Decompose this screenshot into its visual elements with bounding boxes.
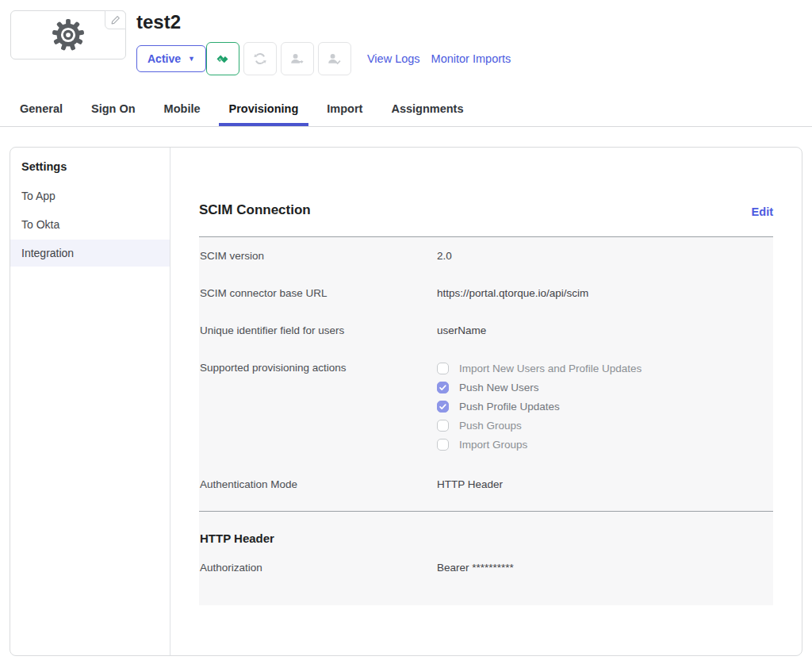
field-value: userName	[437, 323, 486, 339]
option-label: Import Groups	[459, 439, 527, 451]
confirm-user-button	[318, 42, 351, 75]
option-label: Push Profile Updates	[459, 401, 560, 413]
refresh-icon	[253, 52, 267, 66]
field-label: Unique identifier field for users	[199, 323, 437, 339]
refresh-button	[243, 42, 277, 75]
option-push-new-users: Push New Users	[437, 379, 642, 395]
tab-bar: General Sign On Mobile Provisioning Impo…	[0, 92, 812, 127]
form-row-scim-version: SCIM version 2.0	[199, 237, 773, 274]
status-dropdown[interactable]: Active ▼	[136, 45, 206, 72]
field-label: Authorization	[199, 560, 437, 576]
push-user-button	[281, 42, 314, 75]
provisioning-actions-options: Import New Users and Profile Updates Pus…	[437, 360, 642, 455]
tab-sign-on[interactable]: Sign On	[81, 92, 146, 126]
option-label: Push Groups	[459, 420, 522, 432]
handshake-icon	[215, 52, 230, 67]
checkbox-import-new-users[interactable]	[437, 363, 449, 374]
form-row-base-url: SCIM connector base URL https://portal.q…	[199, 274, 773, 312]
form-row-authentication-mode: Authentication Mode HTTP Header	[199, 466, 773, 503]
field-label: SCIM version	[199, 248, 437, 264]
checkbox-import-groups[interactable]	[437, 439, 449, 451]
field-label: Authentication Mode	[199, 477, 437, 493]
chevron-down-icon: ▼	[188, 55, 195, 63]
tab-mobile[interactable]: Mobile	[154, 92, 211, 126]
field-value: https://portal.qtorque.io/api/scim	[437, 286, 588, 301]
handshake-button[interactable]	[206, 42, 239, 75]
scim-connection-form: SCIM version 2.0 SCIM connector base URL…	[199, 236, 773, 605]
sidebar-item-integration[interactable]: Integration	[10, 240, 170, 267]
checkbox-push-new-users[interactable]	[437, 382, 449, 393]
section-header: SCIM Connection Edit	[199, 202, 773, 218]
pencil-icon	[110, 15, 121, 25]
field-label: Supported provisioning actions	[199, 360, 437, 455]
app-header: test2 Active ▼	[0, 0, 812, 75]
option-push-profile-updates: Push Profile Updates	[437, 398, 642, 414]
tab-general[interactable]: General	[10, 92, 73, 126]
tab-provisioning[interactable]: Provisioning	[219, 92, 309, 126]
field-label: SCIM connector base URL	[199, 286, 437, 301]
checkbox-push-profile-updates[interactable]	[437, 401, 449, 413]
view-logs-link[interactable]: View Logs	[362, 52, 426, 65]
status-label: Active	[147, 52, 181, 65]
sidebar-item-to-okta[interactable]: To Okta	[10, 211, 170, 238]
settings-sidebar: Settings To App To Okta Integration	[10, 148, 170, 655]
form-row-unique-identifier: Unique identifier field for users userNa…	[199, 312, 773, 349]
edit-logo-button[interactable]	[105, 10, 126, 29]
option-import-new-users: Import New Users and Profile Updates	[437, 360, 642, 376]
check-icon	[439, 402, 447, 411]
provisioning-panel: Settings To App To Okta Integration SCIM…	[10, 147, 802, 656]
form-row-authorization: Authorization Bearer **********	[199, 549, 773, 586]
push-user-icon	[289, 52, 304, 67]
sidebar-item-to-app[interactable]: To App	[10, 182, 170, 209]
field-value: Bearer **********	[437, 560, 514, 576]
option-label: Import New Users and Profile Updates	[459, 363, 642, 374]
option-label: Push New Users	[459, 382, 539, 393]
form-row-provisioning-actions: Supported provisioning actions Import Ne…	[199, 349, 773, 466]
field-value: 2.0	[437, 248, 452, 264]
app-logo	[10, 10, 126, 59]
monitor-imports-link[interactable]: Monitor Imports	[426, 52, 517, 65]
edit-button[interactable]: Edit	[752, 205, 773, 218]
section-title: SCIM Connection	[199, 202, 311, 218]
subsection-title: HTTP Header	[199, 512, 773, 549]
sidebar-header: Settings	[10, 154, 170, 181]
option-import-groups: Import Groups	[437, 436, 642, 452]
check-icon	[439, 383, 447, 392]
gear-icon	[50, 17, 86, 53]
field-value: HTTP Header	[437, 477, 503, 493]
option-push-groups: Push Groups	[437, 417, 642, 433]
confirm-user-icon	[327, 52, 342, 67]
tab-assignments[interactable]: Assignments	[381, 92, 473, 126]
tab-import[interactable]: Import	[316, 92, 373, 126]
integration-content: SCIM Connection Edit SCIM version 2.0 SC…	[170, 148, 802, 655]
app-title: test2	[136, 11, 516, 33]
checkbox-push-groups[interactable]	[437, 420, 449, 432]
